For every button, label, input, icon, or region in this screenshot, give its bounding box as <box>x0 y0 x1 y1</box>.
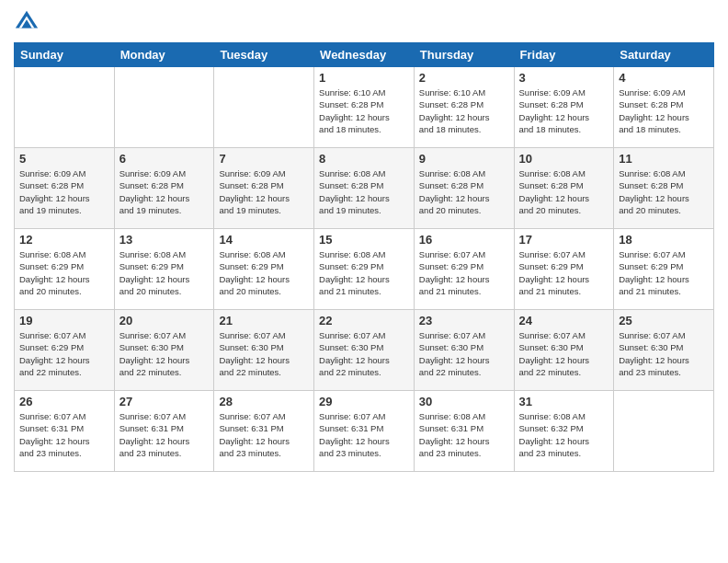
calendar-cell: 21Sunrise: 6:07 AM Sunset: 6:30 PM Dayli… <box>214 310 314 391</box>
day-number: 18 <box>619 233 709 247</box>
calendar-cell: 12Sunrise: 6:08 AM Sunset: 6:29 PM Dayli… <box>15 229 115 310</box>
calendar-cell: 3Sunrise: 6:09 AM Sunset: 6:28 PM Daylig… <box>514 67 614 148</box>
day-info: Sunrise: 6:07 AM Sunset: 6:29 PM Dayligh… <box>619 248 709 297</box>
header <box>14 9 714 35</box>
week-row-2: 5Sunrise: 6:09 AM Sunset: 6:28 PM Daylig… <box>15 148 714 229</box>
day-info: Sunrise: 6:07 AM Sunset: 6:30 PM Dayligh… <box>519 329 609 378</box>
calendar-cell: 27Sunrise: 6:07 AM Sunset: 6:31 PM Dayli… <box>114 391 214 472</box>
week-row-5: 26Sunrise: 6:07 AM Sunset: 6:31 PM Dayli… <box>15 391 714 472</box>
day-info: Sunrise: 6:10 AM Sunset: 6:28 PM Dayligh… <box>319 86 409 135</box>
calendar-cell: 26Sunrise: 6:07 AM Sunset: 6:31 PM Dayli… <box>15 391 115 472</box>
calendar-cell: 16Sunrise: 6:07 AM Sunset: 6:29 PM Dayli… <box>414 229 514 310</box>
day-number: 24 <box>519 314 609 327</box>
day-info: Sunrise: 6:08 AM Sunset: 6:28 PM Dayligh… <box>619 167 709 216</box>
day-number: 26 <box>19 395 109 408</box>
day-info: Sunrise: 6:07 AM Sunset: 6:31 PM Dayligh… <box>119 410 210 459</box>
day-number: 1 <box>319 71 409 85</box>
weekday-friday: Friday <box>514 43 614 67</box>
day-info: Sunrise: 6:07 AM Sunset: 6:30 PM Dayligh… <box>219 329 309 378</box>
calendar-cell: 8Sunrise: 6:08 AM Sunset: 6:28 PM Daylig… <box>314 148 415 229</box>
calendar-cell: 15Sunrise: 6:08 AM Sunset: 6:29 PM Dayli… <box>314 229 415 310</box>
day-number: 6 <box>119 152 210 166</box>
day-number: 19 <box>19 314 109 327</box>
weekday-wednesday: Wednesday <box>314 43 415 67</box>
day-number: 10 <box>519 152 609 166</box>
day-number: 2 <box>419 71 509 85</box>
day-number: 14 <box>219 233 309 247</box>
logo-icon <box>14 9 40 35</box>
calendar-cell: 19Sunrise: 6:07 AM Sunset: 6:29 PM Dayli… <box>15 310 115 391</box>
calendar-cell: 25Sunrise: 6:07 AM Sunset: 6:30 PM Dayli… <box>614 310 714 391</box>
calendar-cell: 1Sunrise: 6:10 AM Sunset: 6:28 PM Daylig… <box>314 67 415 148</box>
day-info: Sunrise: 6:07 AM Sunset: 6:29 PM Dayligh… <box>19 329 109 378</box>
day-number: 16 <box>419 233 509 247</box>
day-number: 27 <box>119 395 210 408</box>
day-info: Sunrise: 6:08 AM Sunset: 6:28 PM Dayligh… <box>419 167 509 216</box>
day-info: Sunrise: 6:09 AM Sunset: 6:28 PM Dayligh… <box>19 167 109 216</box>
day-number: 9 <box>419 152 509 166</box>
weekday-tuesday: Tuesday <box>214 43 314 67</box>
day-info: Sunrise: 6:07 AM Sunset: 6:31 PM Dayligh… <box>219 410 309 459</box>
calendar-cell: 31Sunrise: 6:08 AM Sunset: 6:32 PM Dayli… <box>514 391 614 472</box>
day-number: 13 <box>119 233 210 247</box>
calendar-cell: 22Sunrise: 6:07 AM Sunset: 6:30 PM Dayli… <box>314 310 415 391</box>
calendar-cell: 5Sunrise: 6:09 AM Sunset: 6:28 PM Daylig… <box>15 148 115 229</box>
day-info: Sunrise: 6:08 AM Sunset: 6:31 PM Dayligh… <box>419 410 509 459</box>
day-number: 17 <box>519 233 609 247</box>
calendar-cell: 9Sunrise: 6:08 AM Sunset: 6:28 PM Daylig… <box>414 148 514 229</box>
weekday-header-row: SundayMondayTuesdayWednesdayThursdayFrid… <box>15 43 714 67</box>
day-number: 21 <box>219 314 309 327</box>
calendar-cell: 4Sunrise: 6:09 AM Sunset: 6:28 PM Daylig… <box>614 67 714 148</box>
day-info: Sunrise: 6:07 AM Sunset: 6:30 PM Dayligh… <box>419 329 509 378</box>
page: SundayMondayTuesdayWednesdayThursdayFrid… <box>0 0 728 563</box>
day-info: Sunrise: 6:07 AM Sunset: 6:31 PM Dayligh… <box>19 410 109 459</box>
day-info: Sunrise: 6:07 AM Sunset: 6:30 PM Dayligh… <box>119 329 210 378</box>
day-info: Sunrise: 6:07 AM Sunset: 6:30 PM Dayligh… <box>619 329 709 378</box>
day-number: 12 <box>19 233 109 247</box>
week-row-1: 1Sunrise: 6:10 AM Sunset: 6:28 PM Daylig… <box>15 67 714 148</box>
day-info: Sunrise: 6:09 AM Sunset: 6:28 PM Dayligh… <box>619 86 709 135</box>
calendar-cell: 2Sunrise: 6:10 AM Sunset: 6:28 PM Daylig… <box>414 67 514 148</box>
day-number: 22 <box>319 314 409 327</box>
calendar-cell <box>15 67 115 148</box>
day-number: 25 <box>619 314 709 327</box>
day-info: Sunrise: 6:09 AM Sunset: 6:28 PM Dayligh… <box>119 167 210 216</box>
calendar-cell: 18Sunrise: 6:07 AM Sunset: 6:29 PM Dayli… <box>614 229 714 310</box>
day-info: Sunrise: 6:08 AM Sunset: 6:29 PM Dayligh… <box>319 248 409 297</box>
day-number: 15 <box>319 233 409 247</box>
day-number: 29 <box>319 395 409 408</box>
day-number: 28 <box>219 395 309 408</box>
calendar-cell: 30Sunrise: 6:08 AM Sunset: 6:31 PM Dayli… <box>414 391 514 472</box>
day-info: Sunrise: 6:09 AM Sunset: 6:28 PM Dayligh… <box>519 86 609 135</box>
logo <box>14 9 43 35</box>
calendar-table: SundayMondayTuesdayWednesdayThursdayFrid… <box>14 42 714 472</box>
day-number: 31 <box>519 395 609 408</box>
calendar-cell: 10Sunrise: 6:08 AM Sunset: 6:28 PM Dayli… <box>514 148 614 229</box>
weekday-thursday: Thursday <box>414 43 514 67</box>
day-number: 3 <box>519 71 609 85</box>
calendar-cell: 11Sunrise: 6:08 AM Sunset: 6:28 PM Dayli… <box>614 148 714 229</box>
day-number: 11 <box>619 152 709 166</box>
week-row-3: 12Sunrise: 6:08 AM Sunset: 6:29 PM Dayli… <box>15 229 714 310</box>
calendar-cell: 29Sunrise: 6:07 AM Sunset: 6:31 PM Dayli… <box>314 391 415 472</box>
calendar-cell: 28Sunrise: 6:07 AM Sunset: 6:31 PM Dayli… <box>214 391 314 472</box>
day-info: Sunrise: 6:10 AM Sunset: 6:28 PM Dayligh… <box>419 86 509 135</box>
week-row-4: 19Sunrise: 6:07 AM Sunset: 6:29 PM Dayli… <box>15 310 714 391</box>
calendar-cell: 20Sunrise: 6:07 AM Sunset: 6:30 PM Dayli… <box>114 310 214 391</box>
day-info: Sunrise: 6:09 AM Sunset: 6:28 PM Dayligh… <box>219 167 309 216</box>
day-number: 20 <box>119 314 210 327</box>
day-info: Sunrise: 6:08 AM Sunset: 6:32 PM Dayligh… <box>519 410 609 459</box>
calendar-cell: 17Sunrise: 6:07 AM Sunset: 6:29 PM Dayli… <box>514 229 614 310</box>
calendar-cell: 7Sunrise: 6:09 AM Sunset: 6:28 PM Daylig… <box>214 148 314 229</box>
calendar-cell <box>214 67 314 148</box>
day-info: Sunrise: 6:08 AM Sunset: 6:29 PM Dayligh… <box>19 248 109 297</box>
calendar-cell: 6Sunrise: 6:09 AM Sunset: 6:28 PM Daylig… <box>114 148 214 229</box>
weekday-saturday: Saturday <box>614 43 714 67</box>
calendar-cell <box>614 391 714 472</box>
day-number: 5 <box>19 152 109 166</box>
weekday-monday: Monday <box>114 43 214 67</box>
calendar-cell: 24Sunrise: 6:07 AM Sunset: 6:30 PM Dayli… <box>514 310 614 391</box>
weekday-sunday: Sunday <box>15 43 115 67</box>
day-number: 7 <box>219 152 309 166</box>
day-number: 23 <box>419 314 509 327</box>
